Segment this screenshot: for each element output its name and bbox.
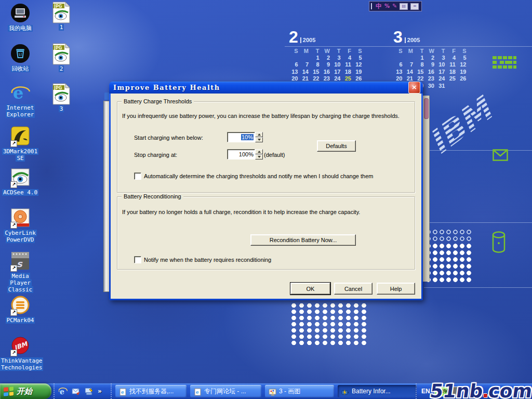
shortcut-arrow-icon: ↗ [10, 350, 17, 356]
desktop-icon-media-player-classic[interactable]: s ↗ Media Player Classic [0, 250, 41, 293]
calendar-day: 16 [321, 69, 332, 75]
calendar-day: 11 [447, 61, 458, 68]
calendar-day: 4 [342, 55, 353, 61]
calendar-day: 15 [310, 69, 321, 75]
calendar-day [393, 55, 404, 61]
ime-pen-icon[interactable]: ✎ [392, 3, 397, 10]
default-note: (default) [264, 151, 285, 158]
calendar-weekday: T [310, 48, 321, 55]
desktop-icon-pcmark04[interactable]: ↗ PCMark04 [0, 295, 41, 324]
calendar-month: 2 [289, 29, 298, 45]
calendar-day: 8 [415, 61, 425, 68]
tray-battery-meter[interactable]: 58% [434, 387, 459, 396]
calendar-day: 3 [331, 55, 342, 61]
language-indicator[interactable]: EN [421, 388, 430, 395]
jpg-file-icon: JPG [51, 2, 72, 23]
ime-fullwidth-icon[interactable]: % [384, 3, 390, 10]
calendar-day: 14 [404, 69, 415, 75]
keyboard-grid-icon [493, 56, 516, 72]
calendar-day: 10 [436, 61, 447, 68]
system-tray: EN 58% [416, 383, 532, 399]
desktop-icon-jpg-3[interactable]: JPG 3 [41, 83, 82, 112]
calendar-day: 13 [393, 69, 404, 75]
recycle-bin-icon [10, 43, 31, 65]
start-charging-label: Start charging when below: [134, 134, 203, 141]
ime-chinese-icon[interactable]: 中 [376, 3, 382, 10]
spin-down-button[interactable] [255, 154, 263, 159]
3dmark2001-icon: ↗ [10, 126, 31, 148]
up-arrow-icon [258, 134, 261, 136]
close-icon: × [411, 83, 417, 91]
desktop-icon-my-computer[interactable]: 我的电脑 [0, 3, 41, 32]
task-button-battery-information[interactable]: Battery Infor... [338, 385, 417, 397]
stop-threshold-input[interactable]: 100% [227, 149, 255, 159]
recondition-now-button[interactable]: Recondition Battery Now... [250, 234, 356, 246]
outlook-express-icon[interactable] [72, 387, 81, 396]
language-bar[interactable]: 中 % ✎ ▤ ≡ [369, 1, 422, 11]
internet-explorer-icon[interactable]: e [59, 387, 68, 396]
dot-grid [425, 229, 472, 243]
acdsee-icon: ↗ [10, 167, 31, 189]
calendar-weekday: W [425, 48, 436, 55]
calendar-day: 7 [404, 61, 415, 68]
calendar-day: 1 [415, 55, 425, 61]
spin-down-button[interactable] [255, 137, 263, 142]
show-desktop-icon[interactable] [85, 387, 94, 396]
svg-text:s: s [17, 258, 23, 269]
background-window-edge [423, 96, 430, 282]
spin-up-button[interactable] [255, 149, 263, 154]
cancel-button[interactable]: Cancel [334, 283, 373, 295]
task-button-forum[interactable]: e 专门网论坛 - ... [190, 385, 261, 397]
jpg-file-icon: JPG [51, 43, 72, 65]
tray-notification-icon[interactable] [463, 388, 469, 395]
calendar-weekday: S [393, 48, 404, 55]
shortcut-arrow-icon: ↗ [10, 309, 17, 316]
desktop-icon-internet-explorer[interactable]: e Internet Explorer [0, 82, 41, 118]
quick-launch-overflow-chevron[interactable]: » [98, 388, 102, 395]
start-button[interactable]: 开始 [0, 383, 51, 399]
auto-determine-label[interactable]: Automatically determine the charging thr… [144, 172, 373, 180]
desktop-icon-jpg-2[interactable]: JPG 2 [41, 43, 82, 72]
close-button[interactable]: × [408, 82, 420, 94]
desktop-icon-jpg-1[interactable]: JPG 1 [41, 2, 82, 31]
svg-text:JPG: JPG [54, 86, 62, 90]
thinkvantage-icon: IBM ↗ [10, 335, 31, 357]
jpg-file-icon: JPG [51, 83, 72, 105]
ok-button[interactable]: OK [290, 283, 330, 295]
calendar-weekday: S [457, 48, 468, 55]
ime-menu-icon[interactable]: ≡ [410, 3, 419, 10]
calendar-weekday: F [447, 48, 458, 55]
task-button-paint[interactable]: 3 - 画图 [265, 385, 334, 397]
calendar-day: 12 [353, 61, 364, 68]
svg-text:e: e [196, 390, 199, 395]
paint-icon [269, 388, 276, 395]
calendar-day: 9 [425, 61, 436, 68]
task-button-label: 找不到服务器,... [129, 385, 174, 397]
desktop-icon-3dmark2001[interactable]: ↗ 3DMark2001 SE [0, 126, 41, 162]
notify-reconditioning-label[interactable]: Notify me when the battery requires reco… [144, 256, 271, 263]
spin-up-button[interactable] [255, 132, 263, 137]
calendar-day: 15 [415, 69, 425, 75]
auto-determine-checkbox[interactable] [134, 172, 141, 180]
start-threshold-spinner: 10% [227, 132, 263, 142]
dialog-titlebar[interactable]: Improve Battery Health × [109, 82, 423, 94]
ime-keyboard-icon[interactable]: ▤ [400, 3, 408, 10]
desktop-icon-recycle-bin[interactable]: 回收站 [0, 43, 41, 72]
desktop-icon-acdsee[interactable]: ↗ ACDSee 4.0 [0, 167, 41, 196]
help-button[interactable]: Help [377, 283, 415, 295]
calendar-day: 14 [300, 69, 311, 75]
start-threshold-input[interactable]: 10% [227, 132, 255, 142]
defaults-button[interactable]: Defaults [317, 140, 356, 152]
desktop-icon-thinkvantage[interactable]: IBM ↗ ThinkVantage Technologies [0, 335, 41, 371]
calendar-weekday: S [289, 48, 300, 55]
calendar-day: 23 [425, 75, 436, 82]
calendar-weekday: T [331, 48, 342, 55]
task-button-server-not-found[interactable]: e 找不到服务器,... [115, 385, 187, 397]
desktop-icon-powerdvd[interactable]: ↗ CyberLink PowerDVD [0, 207, 41, 243]
notify-reconditioning-checkbox[interactable] [134, 256, 141, 263]
calendar-weekday: W [321, 48, 332, 55]
battery-percent: 58% [437, 388, 449, 395]
calendar-day: 18 [342, 69, 353, 75]
language-bar-grip-icon[interactable] [371, 3, 373, 9]
shortcut-arrow-icon: ↗ [10, 181, 17, 188]
